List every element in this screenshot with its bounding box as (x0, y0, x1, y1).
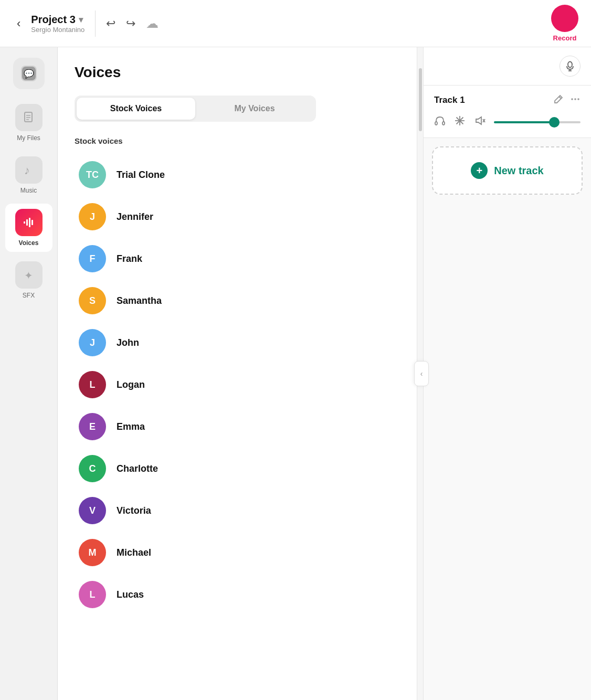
music-icon: ♪ (15, 156, 43, 184)
voice-avatar-charlotte: C (79, 455, 106, 482)
sidebar-item-my-files[interactable]: My Files (5, 99, 52, 147)
waveform-icon (22, 216, 36, 229)
stock-voices-section-label: Stock voices (75, 136, 400, 145)
toolbar-icons: ↩ ↪ ☁ (106, 16, 159, 31)
headphone-button[interactable] (434, 115, 446, 129)
tab-stock-voices[interactable]: Stock Voices (77, 98, 195, 120)
volume-thumb[interactable] (549, 117, 560, 128)
svg-point-13 (568, 62, 572, 68)
sidebar: 💬 My Files ♪ Music (0, 47, 58, 700)
undo-button[interactable]: ↩ (106, 17, 115, 30)
sidebar-item-music[interactable]: ♪ Music (5, 151, 52, 199)
svg-text:♪: ♪ (24, 164, 30, 177)
dropdown-icon[interactable]: ▾ (79, 15, 83, 25)
volume-slider[interactable] (494, 121, 581, 123)
freeze-button[interactable] (454, 115, 466, 129)
svg-point-26 (459, 120, 461, 122)
voice-item-john[interactable]: JJohn (75, 322, 400, 364)
voice-name-john: John (117, 337, 139, 348)
voice-item-michael[interactable]: MMichael (75, 532, 400, 574)
main-layout: 💬 My Files ♪ Music (0, 47, 591, 700)
right-panel: Track 1 (423, 47, 591, 700)
svg-rect-8 (24, 221, 25, 224)
back-button[interactable]: ‹ (13, 15, 25, 33)
track-more-button[interactable] (570, 94, 581, 107)
cloud-save-button[interactable]: ☁ (146, 16, 159, 31)
app-logo: 💬 (13, 58, 45, 89)
sfx-icon: ✦ (15, 261, 43, 289)
tab-my-voices[interactable]: My Voices (195, 98, 314, 120)
voice-name-michael: Michael (117, 547, 151, 558)
voices-icon (15, 209, 43, 236)
project-title-row: Project 3 ▾ (31, 14, 85, 26)
voice-name-trial-clone: Trial Clone (117, 169, 165, 181)
svg-rect-9 (26, 219, 28, 226)
sidebar-item-sfx[interactable]: ✦ SFX (5, 256, 52, 304)
voice-item-samantha[interactable]: SSamantha (75, 280, 400, 322)
voice-name-samantha: Samantha (117, 295, 162, 306)
voices-panel: Voices Stock Voices My Voices Stock voic… (58, 47, 417, 700)
voice-name-victoria: Victoria (117, 505, 151, 516)
voice-item-trial-clone[interactable]: TCTrial Clone (75, 154, 400, 196)
sidebar-label-sfx: SFX (23, 292, 35, 299)
collapse-panel-button[interactable]: ‹ (414, 361, 429, 386)
project-title-text: Project 3 (31, 14, 75, 26)
mute-button[interactable] (474, 115, 486, 129)
snowflake-icon (454, 115, 466, 126)
project-info: Project 3 ▾ Sergio Montanino (31, 14, 85, 34)
track-edit-button[interactable] (553, 94, 564, 107)
voice-item-jennifer[interactable]: JJennifer (75, 196, 400, 238)
more-icon (570, 94, 581, 104)
voice-name-lucas: Lucas (117, 589, 144, 600)
voice-item-victoria[interactable]: VVictoria (75, 490, 400, 532)
track-1-section: Track 1 (424, 86, 591, 138)
sidebar-item-voices[interactable]: Voices (5, 204, 52, 252)
track-1-controls (434, 115, 581, 129)
voice-name-jennifer: Jennifer (117, 211, 153, 222)
logo-icon: 💬 (20, 65, 38, 82)
svg-point-17 (571, 98, 573, 100)
voice-avatar-trial-clone: TC (79, 161, 106, 188)
voice-avatar-lucas: L (79, 581, 106, 608)
new-track-label: New track (494, 165, 544, 177)
voice-name-logan: Logan (117, 379, 145, 390)
app-header: ‹ Project 3 ▾ Sergio Montanino ↩ ↪ ☁ Rec… (0, 0, 591, 47)
redo-button[interactable]: ↪ (126, 17, 135, 30)
voice-item-logan[interactable]: LLogan (75, 364, 400, 406)
mic-button[interactable] (560, 56, 581, 77)
voice-avatar-jennifer: J (79, 203, 106, 230)
my-files-icon (15, 104, 43, 131)
svg-point-19 (577, 98, 579, 100)
content-area: Voices Stock Voices My Voices Stock voic… (58, 47, 591, 700)
record-circle (551, 5, 578, 32)
svg-rect-11 (31, 220, 33, 225)
voice-avatar-samantha: S (79, 287, 106, 314)
voice-avatar-frank: F (79, 245, 106, 272)
new-track-plus-icon: + (471, 162, 488, 179)
voice-item-lucas[interactable]: LLucas (75, 574, 400, 616)
voice-avatar-victoria: V (79, 497, 106, 524)
voices-title: Voices (75, 64, 400, 81)
voice-item-emma[interactable]: EEmma (75, 406, 400, 448)
right-panel-top (424, 47, 591, 86)
voice-item-charlotte[interactable]: CCharlotte (75, 448, 400, 490)
svg-text:💬: 💬 (24, 69, 34, 79)
file-icon (22, 111, 36, 124)
sidebar-label-music: Music (20, 187, 37, 194)
project-author: Sergio Montanino (31, 26, 85, 34)
voice-name-emma: Emma (117, 421, 145, 432)
edit-icon (553, 94, 564, 104)
voice-name-charlotte: Charlotte (117, 463, 158, 474)
svg-point-18 (574, 98, 576, 100)
header-divider (95, 10, 96, 37)
voice-item-frank[interactable]: FFrank (75, 238, 400, 280)
voices-list: TCTrial CloneJJenniferFFrankSSamanthaJJo… (75, 154, 400, 700)
voice-name-frank: Frank (117, 253, 142, 264)
track-1-header: Track 1 (434, 94, 581, 107)
track-1-actions (553, 94, 581, 107)
new-track-button[interactable]: + New track (432, 146, 583, 195)
record-button[interactable]: Record (551, 5, 578, 42)
mic-icon (565, 61, 575, 71)
svg-rect-3 (25, 112, 32, 122)
music-note-icon: ♪ (22, 163, 36, 177)
